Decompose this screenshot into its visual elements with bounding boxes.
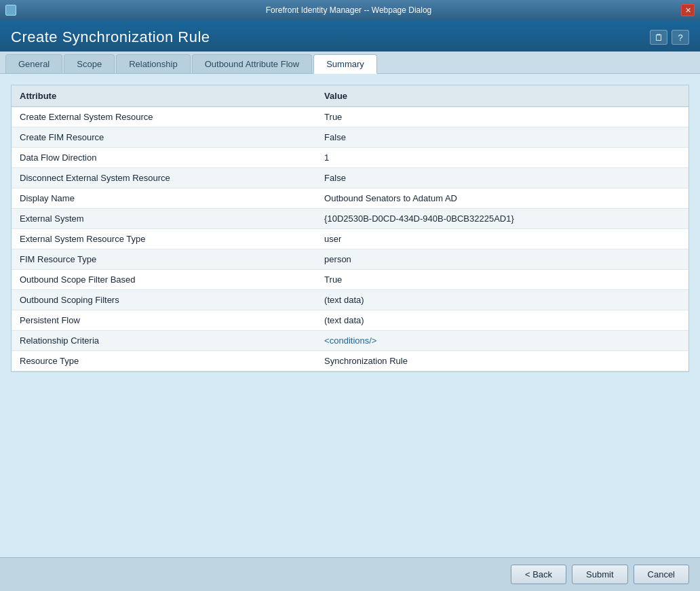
help-icon: ?	[678, 33, 682, 43]
table-cell-value: user	[316, 229, 688, 249]
table-cell-value[interactable]: <conditions/>	[316, 331, 688, 351]
table-row: Outbound Scope Filter BasedTrue	[12, 270, 688, 290]
submit-button[interactable]: Submit	[572, 565, 627, 584]
table-cell-value: person	[316, 249, 688, 270]
tab-outbound-attribute-flow[interactable]: Outbound Attribute Flow	[192, 54, 312, 73]
table-cell-value: True	[316, 107, 688, 127]
table-row: Resource TypeSynchronization Rule	[12, 351, 688, 371]
title-bar-icon	[5, 5, 16, 16]
table-cell-attribute: FIM Resource Type	[12, 249, 316, 270]
header-icons: 🗒 ?	[650, 30, 689, 45]
table-row: Display NameOutbound Senators to Adatum …	[12, 188, 688, 209]
table-cell-attribute: Outbound Scoping Filters	[12, 290, 316, 310]
table-row: Data Flow Direction1	[12, 148, 688, 168]
main-window: Create Synchronization Rule 🗒 ? General …	[0, 20, 700, 591]
tab-general[interactable]: General	[5, 54, 62, 73]
tab-summary[interactable]: Summary	[313, 54, 377, 74]
table-cell-attribute: Resource Type	[12, 351, 316, 371]
back-button[interactable]: < Back	[511, 565, 566, 584]
table-cell-attribute: Disconnect External System Resource	[12, 168, 316, 188]
add-icon-button[interactable]: 🗒	[650, 30, 667, 45]
window-header: Create Synchronization Rule 🗒 ?	[0, 20, 700, 52]
table-row: Create FIM ResourceFalse	[12, 127, 688, 148]
table-cell-value: False	[316, 168, 688, 188]
table-row: External System Resource Typeuser	[12, 229, 688, 249]
table-cell-attribute: Display Name	[12, 188, 316, 209]
column-header-attribute: Attribute	[12, 85, 316, 107]
title-bar: Forefront Identity Manager -- Webpage Di…	[0, 0, 700, 20]
table-cell-attribute: Persistent Flow	[12, 310, 316, 331]
tabs-bar: General Scope Relationship Outbound Attr…	[0, 52, 700, 74]
close-button[interactable]: ✕	[681, 4, 695, 16]
footer: < Back Submit Cancel	[0, 557, 700, 591]
table-row: Disconnect External System ResourceFalse	[12, 168, 688, 188]
table-cell-value: (text data)	[316, 310, 688, 331]
table-cell-value: Outbound Senators to Adatum AD	[316, 188, 688, 209]
title-bar-title: Forefront Identity Manager -- Webpage Di…	[16, 5, 681, 15]
tab-scope[interactable]: Scope	[64, 54, 115, 73]
table-cell-value: 1	[316, 148, 688, 168]
table-cell-attribute: External System	[12, 209, 316, 229]
table-cell-attribute: Outbound Scope Filter Based	[12, 270, 316, 290]
table-row: Persistent Flow(text data)	[12, 310, 688, 331]
tab-relationship[interactable]: Relationship	[116, 54, 191, 73]
summary-table-container: Attribute Value Create External System R…	[11, 85, 689, 372]
content-area: Attribute Value Create External System R…	[0, 74, 700, 591]
table-cell-attribute: Data Flow Direction	[12, 148, 316, 168]
table-row: External System{10D2530B-D0CD-434D-940B-…	[12, 209, 688, 229]
table-row: Relationship Criteria<conditions/>	[12, 331, 688, 351]
column-header-value: Value	[316, 85, 688, 107]
summary-table: Attribute Value Create External System R…	[12, 85, 688, 371]
table-cell-attribute: Relationship Criteria	[12, 331, 316, 351]
help-icon-button[interactable]: ?	[672, 30, 689, 45]
table-cell-value: Synchronization Rule	[316, 351, 688, 371]
table-cell-attribute: Create FIM Resource	[12, 127, 316, 148]
page-title: Create Synchronization Rule	[11, 28, 210, 46]
table-cell-value: True	[316, 270, 688, 290]
table-cell-attribute: External System Resource Type	[12, 229, 316, 249]
table-row: Outbound Scoping Filters(text data)	[12, 290, 688, 310]
table-cell-value: {10D2530B-D0CD-434D-940B-0BCB32225AD1}	[316, 209, 688, 229]
cancel-button[interactable]: Cancel	[634, 565, 689, 584]
add-icon: 🗒	[655, 33, 663, 43]
table-cell-attribute: Create External System Resource	[12, 107, 316, 127]
table-cell-value: (text data)	[316, 290, 688, 310]
table-row: Create External System ResourceTrue	[12, 107, 688, 127]
table-cell-value: False	[316, 127, 688, 148]
table-row: FIM Resource Typeperson	[12, 249, 688, 270]
